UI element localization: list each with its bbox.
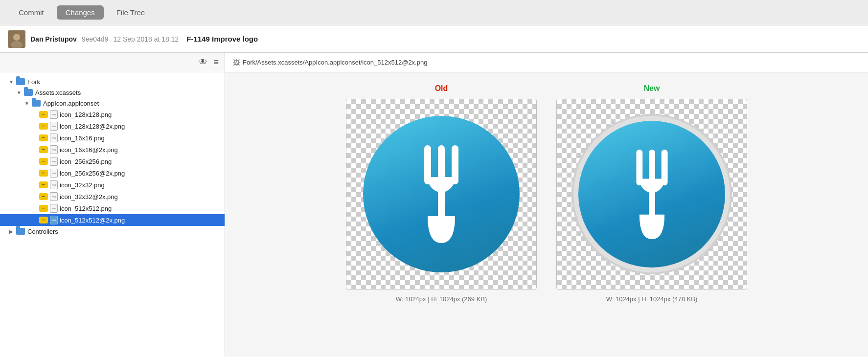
folder-icon — [23, 89, 33, 96]
change-badge: ··· — [39, 123, 48, 130]
right-panel: 🖼 Fork/Assets.xcassets/AppIcon.appiconse… — [225, 53, 868, 357]
old-app-icon — [363, 116, 520, 272]
tree-label: icon_16x16@2x.png — [60, 146, 118, 154]
old-icon-container — [346, 99, 536, 289]
diff-old-image — [346, 99, 537, 290]
change-badge: ··· — [39, 111, 48, 118]
file-icon — [50, 145, 58, 154]
chevron-down-icon: ▼ — [23, 101, 30, 106]
tree-label: icon_32x32@2x.png — [60, 193, 118, 201]
tree-item-fork[interactable]: ▼ Fork — [0, 76, 225, 87]
diff-new-image — [556, 99, 747, 290]
main-content: 👁 ≡ ▼ Fork ▼ Assets.xcassets — [0, 53, 868, 357]
tab-filetree[interactable]: File Tree — [108, 5, 154, 20]
file-path-bar: 🖼 Fork/Assets.xcassets/AppIcon.appiconse… — [225, 53, 868, 72]
tree-item-icon16-2x[interactable]: ··· icon_16x16@2x.png — [0, 144, 225, 156]
tree-label: icon_32x32.png — [60, 181, 105, 189]
folder-icon — [16, 227, 25, 235]
new-icon-container — [557, 99, 747, 289]
file-path-icon: 🖼 — [233, 59, 240, 67]
file-icon — [50, 134, 58, 142]
tree-item-icon256[interactable]: ··· icon_256x256.png — [0, 156, 225, 167]
diff-old-meta: W: 1024px | H: 1024px (269 KB) — [396, 295, 487, 303]
tree-label: icon_256x256.png — [60, 158, 112, 165]
file-icon — [50, 180, 58, 189]
change-badge: ··· — [39, 193, 48, 200]
tree-item-controllers[interactable]: ▶ Controllers — [0, 226, 225, 237]
tree-item-assets[interactable]: ▼ Assets.xcassets — [0, 87, 225, 98]
avatar — [8, 30, 25, 48]
file-icon — [50, 169, 58, 178]
eye-icon[interactable]: 👁 — [199, 57, 207, 67]
tree-item-icon512[interactable]: ··· icon_512x512.png — [0, 202, 225, 214]
tab-bar: Commit Changes File Tree — [0, 0, 868, 25]
diff-old-label: Old — [435, 84, 448, 93]
tree-label: Controllers — [27, 228, 58, 235]
diff-new-label: New — [644, 84, 660, 93]
file-icon — [50, 157, 58, 166]
file-icon — [50, 192, 58, 201]
change-badge: ··· — [39, 170, 48, 177]
commit-hash: 9ee04d9 — [82, 35, 109, 43]
tab-changes[interactable]: Changes — [57, 5, 104, 20]
tree-label: icon_128x128@2x.png — [60, 123, 125, 130]
chevron-right-icon: ▶ — [8, 229, 15, 234]
file-icon — [50, 122, 58, 131]
commit-message: F-1149 Improve logo — [186, 35, 258, 43]
file-icon — [50, 204, 58, 213]
change-badge: ··· — [39, 134, 48, 141]
tree-item-icon128-2x[interactable]: ··· icon_128x128@2x.png — [0, 120, 225, 132]
chevron-down-icon: ▼ — [8, 79, 15, 85]
change-badge: ··· — [39, 158, 48, 165]
chevron-down-icon: ▼ — [16, 90, 23, 95]
tree-item-icon512-2x[interactable]: ··· icon_512x512@2x.png — [0, 214, 225, 226]
tree-label: icon_128x128.png — [60, 111, 112, 118]
diff-old-side: Old — [346, 84, 537, 303]
new-app-icon — [578, 121, 725, 268]
commit-bar: Dan Pristupov 9ee04d9 12 Sep 2018 at 18:… — [0, 25, 868, 53]
tree-item-icon32-2x[interactable]: ··· icon_32x32@2x.png — [0, 191, 225, 202]
tab-commit[interactable]: Commit — [10, 5, 53, 20]
commit-author: Dan Pristupov — [30, 35, 77, 43]
list-icon[interactable]: ≡ — [213, 57, 219, 67]
tree-label: icon_512x512.png — [60, 205, 112, 212]
tree-label: icon_16x16.png — [60, 134, 105, 142]
tree-label: AppIcon.appiconset — [43, 100, 99, 107]
folder-icon — [31, 99, 41, 107]
file-path-text: Fork/Assets.xcassets/AppIcon.appiconset/… — [243, 59, 427, 66]
tree-item-icon16[interactable]: ··· icon_16x16.png — [0, 132, 225, 144]
commit-date: 12 Sep 2018 at 18:12 — [113, 35, 179, 43]
file-icon — [50, 110, 58, 119]
sidebar-toolbar: 👁 ≡ — [0, 53, 225, 72]
tree-item-icon256-2x[interactable]: ··· icon_256x256@2x.png — [0, 167, 225, 179]
tree-label: Fork — [27, 78, 40, 86]
change-badge: ··· — [39, 217, 48, 223]
change-badge: ··· — [39, 181, 48, 188]
sidebar: 👁 ≡ ▼ Fork ▼ Assets.xcassets — [0, 53, 225, 357]
svg-point-1 — [13, 34, 20, 41]
diff-container: Old — [225, 72, 868, 357]
tree-label: icon_256x256@2x.png — [60, 170, 125, 177]
tree-item-icon128[interactable]: ··· icon_128x128.png — [0, 109, 225, 120]
folder-icon — [16, 78, 25, 86]
diff-new-meta: W: 1024px | H: 1024px (478 KB) — [606, 295, 698, 303]
file-tree: ▼ Fork ▼ Assets.xcassets ▼ Ap — [0, 72, 225, 357]
diff-new-side: New — [556, 84, 747, 303]
tree-item-icon32[interactable]: ··· icon_32x32.png — [0, 179, 225, 191]
tree-item-appiconset[interactable]: ▼ AppIcon.appiconset — [0, 98, 225, 109]
change-badge: ··· — [39, 146, 48, 153]
file-icon — [50, 216, 58, 224]
change-badge: ··· — [39, 205, 48, 212]
tree-label: icon_512x512@2x.png — [60, 217, 125, 224]
tree-label: Assets.xcassets — [35, 89, 81, 96]
